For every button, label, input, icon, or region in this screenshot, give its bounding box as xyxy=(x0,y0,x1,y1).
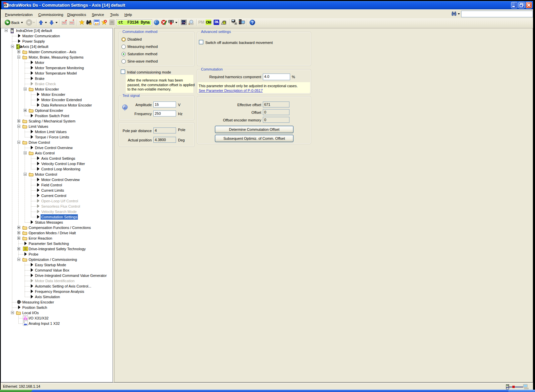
svg-text:?: ? xyxy=(155,21,157,24)
svg-text:?: ? xyxy=(251,20,254,25)
